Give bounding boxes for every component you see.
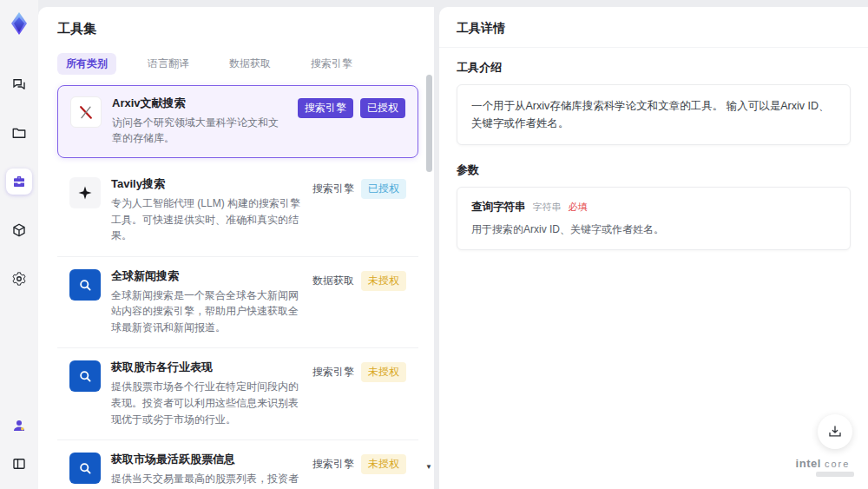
tool-name: Tavily搜索 [111,177,302,192]
nav-models-button[interactable] [6,217,32,243]
user-avatar-button[interactable] [6,413,32,439]
tavily-logo-icon [69,177,101,208]
scroll-down-arrow-icon[interactable]: ▼ [424,463,433,472]
category-tabs: 所有类别 语言翻译 数据获取 搜索引擎 [38,46,434,83]
core-wordmark: core [825,459,850,469]
param-required-flag: 必填 [569,201,588,214]
download-button[interactable] [818,414,852,449]
auth-status-badge: 未授权 [361,454,406,474]
auth-status-badge: 已授权 [360,98,405,118]
auth-status-badge: 已授权 [361,179,406,199]
intro-text: 一个用于从Arxiv存储库搜索科学论文和文章的工具。 输入可以是Arxiv ID… [471,97,836,132]
nav-tools-button[interactable] [6,169,32,195]
news-search-logo-icon [69,269,101,301]
tool-card-arxiv[interactable]: Arxiv文献搜索 访问各个研究领域大量科学论文和文章的存储库。 搜索引擎 已授… [57,85,418,158]
tools-list-panel: 工具集 所有类别 语言翻译 数据获取 搜索引擎 Arxiv文献搜索 访问各个研究… [38,7,434,489]
arxiv-logo-icon [70,96,102,128]
tool-desc: 全球新闻搜索是一个聚合全球各大新闻网站内容的搜索引擎，帮助用户快速获取全球最新资… [111,287,302,336]
tab-search-engine[interactable]: 搜索引擎 [302,53,361,75]
scrollbar-thumb[interactable] [426,75,432,172]
param-desc: 用于搜索的Arxiv ID、关键字或作者姓名。 [471,221,836,237]
left-rail [0,0,38,489]
intel-core-logo: intel core [792,457,854,477]
tool-row-tavily[interactable]: Tavily搜索 专为人工智能代理 (LLM) 构建的搜索引擎工具。可快速提供实… [57,165,418,257]
tool-name: 获取股市各行业表现 [111,360,302,375]
params-heading: 参数 [439,145,868,187]
auth-status-badge: 未授权 [361,362,406,382]
tool-detail-panel: 工具详情 工具介绍 一个用于从Arxiv存储库搜索科学论文和文章的工具。 输入可… [439,7,868,489]
detail-title: 工具详情 [457,21,851,36]
chat-icon [11,76,27,92]
tool-name: 全球新闻搜索 [111,269,302,284]
app-logo[interactable] [4,9,34,38]
tab-language-translation[interactable]: 语言翻译 [139,53,198,75]
toolbox-icon [11,174,27,189]
folder-icon [11,125,27,141]
intel-logo-sub-bar [816,472,854,477]
download-icon [827,424,843,439]
nav-settings-button[interactable] [6,266,32,292]
tool-desc: 专为人工智能代理 (LLM) 构建的搜索引擎工具。可快速提供实时、准确和真实的结… [111,195,302,244]
intro-box: 一个用于从Arxiv存储库搜索科学论文和文章的工具。 输入可以是Arxiv ID… [457,84,851,145]
logo-gem-icon [6,10,32,36]
gear-icon [11,271,27,287]
param-box: 查询字符串 字符串 必填 用于搜索的Arxiv ID、关键字或作者姓名。 [457,187,851,250]
tool-name: 获取市场最活跃股票信息 [111,453,302,467]
param-name: 查询字符串 [471,200,526,215]
category-label: 数据获取 [312,271,354,288]
tab-all-categories[interactable]: 所有类别 [57,53,116,75]
nav-chat-button[interactable] [6,71,32,97]
category-label: 搜索引擎 [312,179,354,196]
user-icon [11,418,27,433]
tool-desc: 访问各个研究领域大量科学论文和文章的存储库。 [112,115,287,147]
tool-row-global-news[interactable]: 全球新闻搜索 全球新闻搜索是一个聚合全球各大新闻网站内容的搜索引擎，帮助用户快速… [57,257,418,349]
tool-desc: 提供当天交易量最高的股票列表，投资者可以利用这些信息来识别流动性强的股票和潜在的… [111,471,302,489]
tool-row-active-stocks[interactable]: 获取市场最活跃股票信息 提供当天交易量最高的股票列表，投资者可以利用这些信息来识… [57,440,418,489]
category-badge: 搜索引擎 [298,98,353,118]
page-title: 工具集 [57,21,415,37]
panel-layout-icon [11,456,27,472]
tool-row-sector-performance[interactable]: 获取股市各行业表现 提供股票市场各个行业在特定时间段内的表现。投资者可以利用这些… [57,348,418,440]
tool-desc: 提供股票市场各个行业在特定时间段内的表现。投资者可以利用这些信息来识别表现优于或… [111,379,302,427]
stock-search-logo-icon [69,360,101,392]
tab-data-fetch[interactable]: 数据获取 [220,53,279,75]
collapse-sidebar-button[interactable] [6,451,32,477]
intel-wordmark: intel [796,457,821,470]
tool-name: Arxiv文献搜索 [112,96,287,111]
stock-search-logo-icon [69,453,101,484]
tool-list: Arxiv文献搜索 访问各个研究领域大量科学论文和文章的存储库。 搜索引擎 已授… [38,83,434,489]
category-label: 搜索引擎 [312,362,354,380]
param-type: 字符串 [533,201,562,214]
auth-status-badge: 未授权 [361,271,406,291]
intro-heading: 工具介绍 [439,48,868,84]
nav-files-button[interactable] [6,120,32,146]
category-label: 搜索引擎 [312,454,354,472]
cube-icon [11,222,27,238]
scrollbar-track[interactable]: ▼ [425,64,432,487]
